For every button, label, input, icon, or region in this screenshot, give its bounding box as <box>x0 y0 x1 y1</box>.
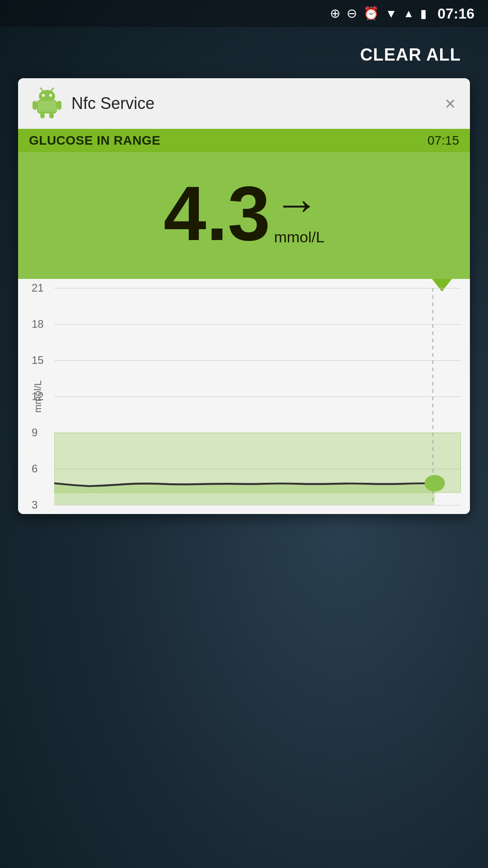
glucose-display: 4.3 → mmol/L <box>18 152 470 279</box>
signal-icon: ▲ <box>403 8 414 19</box>
chart-area: mmol/L 21 18 15 12 <box>18 279 470 514</box>
card-header: Nfc Service × <box>18 78 470 129</box>
clear-all-button[interactable]: CLEAR ALL <box>360 45 461 65</box>
status-icons: ⊕ ⊖ ⏰ ▼ ▲ ▮ 07:16 <box>330 5 474 22</box>
chart-inner: 21 18 15 12 9 6 3 <box>54 288 461 505</box>
glucose-chart-line <box>54 288 461 505</box>
status-time: 07:16 <box>437 5 474 22</box>
grid-line-3: 3 <box>54 505 461 505</box>
app-icon <box>31 87 63 120</box>
y-label-21: 21 <box>32 282 44 294</box>
alarm-icon: ⏰ <box>363 7 379 20</box>
glucose-value: 4.3 <box>164 175 270 252</box>
wifi-icon: ▼ <box>385 8 397 19</box>
svg-line-4 <box>41 88 43 91</box>
glucose-status-label: GLUCOSE IN RANGE <box>29 133 160 148</box>
add-circle-icon: ⊕ <box>330 7 340 20</box>
svg-point-2 <box>42 94 45 97</box>
svg-point-3 <box>49 94 52 97</box>
svg-point-1 <box>39 90 55 103</box>
y-label-3: 3 <box>32 499 38 511</box>
glucose-status-time: 07:15 <box>427 133 459 148</box>
y-label-18: 18 <box>32 318 44 330</box>
battery-icon: ▮ <box>420 8 427 19</box>
card-body: GLUCOSE IN RANGE 07:15 4.3 → mmol/L <box>18 129 470 279</box>
glucose-unit: mmol/L <box>274 228 324 246</box>
glucose-arrow-icon: → <box>274 181 319 226</box>
close-button[interactable]: × <box>443 93 457 114</box>
card-status-strip: GLUCOSE IN RANGE 07:15 <box>18 129 470 152</box>
y-label-6: 6 <box>32 462 38 475</box>
svg-rect-7 <box>57 101 61 110</box>
svg-rect-11 <box>54 288 461 505</box>
notification-card: Nfc Service × GLUCOSE IN RANGE 07:15 4.3… <box>18 78 470 514</box>
status-bar: ⊕ ⊖ ⏰ ▼ ▲ ▮ 07:16 <box>0 0 488 27</box>
svg-line-5 <box>51 88 53 91</box>
svg-rect-6 <box>33 101 37 110</box>
app-name: Nfc Service <box>71 94 155 113</box>
svg-rect-9 <box>49 112 54 118</box>
minus-circle-icon: ⊖ <box>347 7 357 20</box>
y-label-12: 12 <box>32 390 44 403</box>
chart-container: mmol/L 21 18 15 12 <box>18 279 470 514</box>
svg-point-12 <box>426 476 444 491</box>
clear-all-area: CLEAR ALL <box>0 27 488 78</box>
svg-rect-10 <box>38 101 56 112</box>
glucose-arrow-unit: → mmol/L <box>274 181 324 246</box>
y-label-9: 9 <box>32 426 38 439</box>
svg-rect-8 <box>40 112 45 118</box>
y-label-15: 15 <box>32 354 44 367</box>
card-header-left: Nfc Service <box>31 87 155 120</box>
